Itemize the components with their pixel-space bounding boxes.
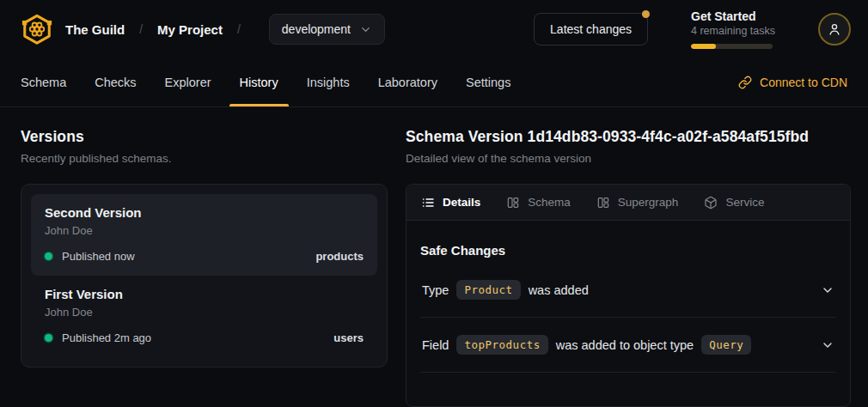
- tab-history[interactable]: History: [240, 58, 278, 106]
- detail-tab-service[interactable]: Service: [704, 196, 764, 210]
- detail-tab-label: Details: [443, 196, 480, 209]
- version-name: First Version: [45, 287, 364, 301]
- nav-tabs: Schema Checks Explorer History Insights …: [21, 58, 510, 106]
- detail-tab-label: Supergraph: [618, 196, 679, 209]
- version-service-badge: products: [315, 250, 364, 263]
- version-status: Published now: [62, 250, 135, 263]
- chevron-down-icon[interactable]: [821, 283, 834, 297]
- detail-tabs: Details Schema: [406, 185, 850, 221]
- detail-tab-supergraph[interactable]: Supergraph: [596, 196, 679, 210]
- version-detail-box: Details Schema: [406, 184, 851, 407]
- version-author: John Doe: [45, 224, 364, 237]
- detail-body: Safe Changes Type Product was added Fiel…: [406, 221, 850, 373]
- version-list-item[interactable]: Second Version John Doe Published now pr…: [31, 194, 377, 276]
- tab-label: Settings: [466, 76, 510, 89]
- header-actions: Latest changes Get Started 4 remaining t…: [534, 9, 851, 49]
- connect-to-cdn-label: Connect to CDN: [760, 76, 847, 89]
- change-code-badge: Product: [456, 280, 520, 300]
- hive-logo-icon[interactable]: [21, 13, 53, 46]
- get-started-title: Get Started: [691, 9, 775, 23]
- versions-list: Second Version John Doe Published now pr…: [21, 184, 388, 368]
- tab-schema[interactable]: Schema: [21, 58, 66, 106]
- latest-changes-button[interactable]: Latest changes: [534, 13, 648, 46]
- tab-label: Laboratory: [378, 76, 437, 89]
- layout-panels-icon: [506, 196, 520, 210]
- user-icon: [827, 21, 842, 37]
- get-started-subtitle: 4 remaining tasks: [691, 25, 775, 37]
- chevron-down-icon: [359, 23, 372, 36]
- tab-explorer[interactable]: Explorer: [165, 58, 211, 106]
- published-status-dot: [45, 334, 52, 342]
- version-status-row: Published now products: [45, 250, 364, 263]
- target-select[interactable]: development: [269, 14, 385, 45]
- user-avatar-button[interactable]: [818, 13, 851, 46]
- detail-tab-label: Service: [725, 196, 764, 209]
- detail-tab-label: Schema: [528, 196, 571, 209]
- breadcrumb-separator: /: [235, 22, 243, 36]
- version-name: Second Version: [45, 205, 364, 220]
- safe-changes-heading: Safe Changes: [420, 243, 836, 258]
- version-detail-subtitle: Detailed view of the schema version: [406, 152, 851, 165]
- primary-nav: Schema Checks Explorer History Insights …: [0, 58, 868, 107]
- tab-label: Checks: [95, 76, 136, 89]
- version-detail-panel: Schema Version 1d14db83-0933-4f4c-a02f-a…: [406, 128, 851, 407]
- change-text: was added: [529, 283, 589, 297]
- breadcrumb: The Guild / My Project / development: [21, 13, 385, 46]
- tab-laboratory[interactable]: Laboratory: [378, 58, 437, 106]
- tab-label: History: [240, 76, 278, 89]
- versions-subtitle: Recently published schemas.: [21, 152, 388, 165]
- breadcrumb-separator: /: [137, 22, 145, 36]
- change-code-badge: Query: [701, 335, 751, 355]
- published-status-dot: [45, 252, 52, 260]
- change-text: Type: [422, 283, 449, 297]
- get-started-progress-track: [691, 44, 773, 49]
- version-service-badge: users: [333, 331, 364, 344]
- latest-changes-label: Latest changes: [550, 22, 632, 36]
- version-detail-title: Schema Version 1d14db83-0933-4f4c-a02f-a…: [406, 128, 851, 146]
- cube-icon: [704, 196, 718, 210]
- link-icon: [738, 76, 752, 89]
- breadcrumb-project[interactable]: My Project: [157, 22, 223, 37]
- detail-tab-details[interactable]: Details: [421, 196, 480, 210]
- tab-label: Explorer: [165, 76, 211, 89]
- tab-label: Schema: [21, 76, 66, 89]
- tab-label: Insights: [307, 76, 350, 89]
- tab-insights[interactable]: Insights: [307, 58, 350, 106]
- get-started-widget[interactable]: Get Started 4 remaining tasks: [691, 9, 775, 49]
- chevron-down-icon[interactable]: [821, 338, 834, 352]
- change-text: Field: [422, 338, 449, 352]
- layout-panels-icon: [596, 196, 610, 210]
- change-row[interactable]: Field topProducts was added to object ty…: [420, 318, 836, 373]
- version-status: Published 2m ago: [62, 331, 151, 344]
- connect-to-cdn-link[interactable]: Connect to CDN: [738, 58, 847, 106]
- change-code-badge: topProducts: [456, 335, 547, 355]
- target-select-value: development: [282, 22, 351, 36]
- version-list-item[interactable]: First Version John Doe Published 2m ago …: [31, 276, 377, 357]
- detail-tab-schema[interactable]: Schema: [506, 196, 571, 210]
- breadcrumb-org[interactable]: The Guild: [65, 22, 125, 37]
- versions-title: Versions: [21, 128, 388, 146]
- main-content: Versions Recently published schemas. Sec…: [0, 107, 868, 407]
- change-row[interactable]: Type Product was added: [420, 263, 836, 318]
- change-text: was added to object type: [556, 338, 694, 352]
- notification-dot: [642, 10, 650, 18]
- versions-panel: Versions Recently published schemas. Sec…: [21, 128, 388, 407]
- get-started-progress-fill: [691, 44, 716, 49]
- app-root: The Guild / My Project / development Lat…: [0, 0, 868, 407]
- tab-settings[interactable]: Settings: [466, 58, 510, 106]
- version-author: John Doe: [45, 306, 364, 319]
- app-header: The Guild / My Project / development Lat…: [0, 0, 868, 58]
- tab-checks[interactable]: Checks: [95, 58, 136, 106]
- active-tab-indicator: [229, 104, 289, 106]
- list-icon: [421, 196, 435, 210]
- version-status-row: Published 2m ago users: [45, 331, 364, 344]
